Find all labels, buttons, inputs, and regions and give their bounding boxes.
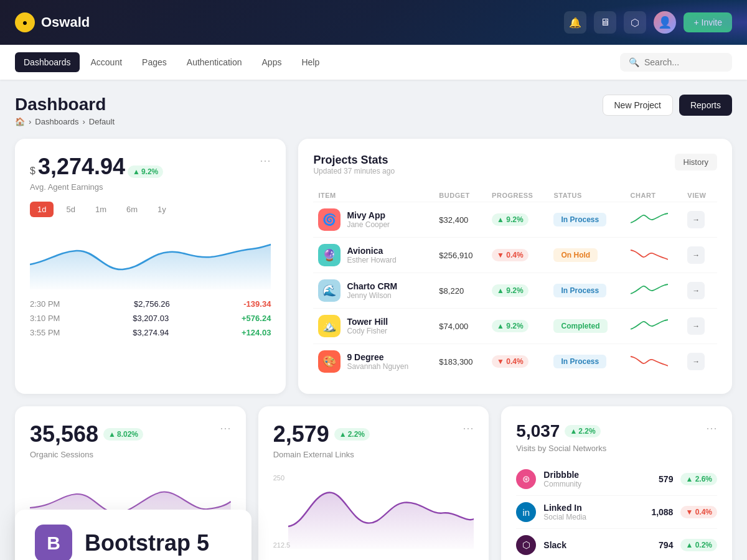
project-arrow-button[interactable]: →: [687, 246, 705, 264]
project-budget: $8,220: [434, 273, 487, 309]
notification-icon[interactable]: 🔔: [564, 11, 586, 34]
projects-table: ITEM BUDGET PROGRESS STATUS CHART VIEW 🌀…: [313, 189, 717, 379]
period-buttons: 1d 5d 1m 6m 1y: [30, 202, 271, 217]
social-count: 1,088: [651, 507, 673, 517]
project-name: Mivy App: [347, 210, 390, 220]
sessions-more-button[interactable]: ⋯: [220, 421, 231, 435]
period-1m[interactable]: 1m: [88, 202, 114, 217]
project-budget: $74,000: [434, 309, 487, 344]
breadcrumb-default: Default: [89, 117, 115, 126]
nav-item-dashboards[interactable]: Dashboards: [15, 52, 80, 72]
social-sub: Social Media: [543, 513, 586, 521]
project-status: In Process: [548, 344, 625, 380]
project-icon: 🏔️: [318, 315, 341, 337]
nav-item-apps[interactable]: Apps: [253, 52, 291, 72]
project-view: →: [682, 238, 717, 273]
social-count: 579: [659, 474, 673, 484]
period-6m[interactable]: 6m: [119, 202, 145, 217]
project-name: Avionica: [347, 246, 396, 256]
status-badge: In Process: [553, 284, 606, 297]
reports-button[interactable]: Reports: [679, 95, 732, 116]
new-project-button[interactable]: New Project: [603, 95, 673, 116]
table-row: 🔮 Avionica Esther Howard $256,910 ▼ 0.4%…: [313, 238, 717, 273]
project-view: →: [682, 202, 717, 238]
earnings-header: $ 3,274.94 ▲ 9.2% Avg. Agent Earnings: [30, 154, 163, 202]
social-name: Linked In: [543, 503, 586, 513]
project-item-cell: 🌀 Mivy App Jane Cooper: [318, 208, 429, 231]
page-title: Dashboard: [15, 95, 115, 114]
project-budget: $183,300: [434, 344, 487, 380]
period-1d[interactable]: 1d: [30, 202, 54, 217]
projects-card: Projects Stats Updated 37 minutes ago Hi…: [298, 139, 732, 394]
period-1y[interactable]: 1y: [150, 202, 174, 217]
social-badge: ▲ 2.2%: [565, 425, 600, 437]
project-status: Completed: [548, 309, 625, 344]
status-badge: In Process: [553, 355, 606, 368]
search-input[interactable]: [644, 57, 723, 67]
domain-chart: 250 212.5: [273, 474, 474, 549]
period-5d[interactable]: 5d: [59, 202, 82, 217]
time-rows: 2:30 PM $2,756.26 -139.34 3:10 PM $3,207…: [30, 299, 271, 337]
project-progress: ▼ 0.4%: [487, 344, 548, 380]
domain-label: Domain External Links: [273, 450, 370, 459]
invite-button[interactable]: + Invite: [684, 12, 732, 32]
earnings-value: 3,274.94: [38, 154, 125, 180]
breadcrumb-dashboards: Dashboards: [35, 117, 78, 126]
social-value: 5,037: [516, 421, 560, 441]
project-owner: Jane Cooper: [347, 220, 390, 229]
search-area: 🔍: [620, 53, 732, 72]
nav-item-help[interactable]: Help: [293, 52, 328, 72]
time-row-2: 3:10 PM $3,207.03 +576.24: [30, 314, 271, 323]
sessions-label: Organic Sessions: [30, 450, 143, 459]
project-status: In Process: [548, 202, 625, 238]
history-button[interactable]: History: [675, 154, 717, 170]
project-budget: $256,910: [434, 238, 487, 273]
project-chart: [626, 202, 683, 238]
social-name: Dribbble: [543, 470, 581, 480]
project-view: →: [682, 309, 717, 344]
project-arrow-button[interactable]: →: [687, 317, 705, 335]
social-card: 5,037 ▲ 2.2% Visits by Social Networks ⋯…: [501, 406, 732, 560]
project-arrow-button[interactable]: →: [687, 211, 705, 228]
project-chart: [626, 273, 683, 309]
earnings-more-button[interactable]: ⋯: [260, 154, 271, 167]
col-budget: BUDGET: [434, 189, 487, 202]
earnings-label: Avg. Agent Earnings: [30, 182, 163, 192]
project-arrow-button[interactable]: →: [687, 353, 705, 370]
project-icon: 🌊: [318, 279, 341, 302]
share-icon[interactable]: ⬡: [624, 11, 646, 34]
bootstrap-text: Bootstrap 5: [85, 530, 209, 556]
page-actions: New Project Reports: [603, 95, 733, 116]
avatar[interactable]: 👤: [654, 11, 676, 34]
projects-updated: Updated 37 minutes ago: [313, 167, 395, 175]
project-arrow-button[interactable]: →: [687, 282, 705, 299]
bootstrap-icon: B: [35, 525, 72, 560]
project-status: On Hold: [548, 238, 625, 273]
earnings-badge: ▲ 9.2%: [128, 166, 163, 178]
sessions-value: 35,568: [30, 421, 98, 447]
social-more-button[interactable]: ⋯: [706, 421, 717, 435]
domain-more-button[interactable]: ⋯: [463, 421, 474, 435]
earnings-chart: [30, 227, 271, 289]
social-count: 794: [659, 540, 673, 550]
logo-text: Oswald: [41, 14, 90, 30]
project-item-cell: 🔮 Avionica Esther Howard: [318, 244, 429, 266]
col-status: STATUS: [548, 189, 625, 202]
nav-item-authentication[interactable]: Authentication: [178, 52, 251, 72]
social-network-row: in Linked In Social Media 1,088 ▼ 0.4%: [516, 496, 717, 529]
status-badge: On Hold: [553, 248, 598, 262]
project-chart: [626, 238, 683, 273]
table-row: 🌊 Charto CRM Jenny Wilson $8,220 ▲ 9.2% …: [313, 273, 717, 309]
page-title-area: Dashboard 🏠 › Dashboards › Default: [15, 95, 115, 126]
monitor-icon[interactable]: 🖥: [594, 11, 616, 34]
project-owner: Savannah Nguyen: [347, 362, 408, 371]
nav-item-pages[interactable]: Pages: [133, 52, 176, 72]
sessions-card: 35,568 ▲ 8.02% Organic Sessions ⋯: [15, 406, 246, 560]
nav-item-account[interactable]: Account: [82, 52, 131, 72]
breadcrumb: 🏠 › Dashboards › Default: [15, 117, 115, 126]
project-chart: [626, 309, 683, 344]
social-name: Slack: [543, 540, 566, 550]
social-sub: Community: [543, 480, 581, 488]
sessions-badge: ▲ 8.02%: [103, 428, 143, 441]
nav-actions: 🔔 🖥 ⬡ 👤 + Invite: [564, 11, 732, 34]
